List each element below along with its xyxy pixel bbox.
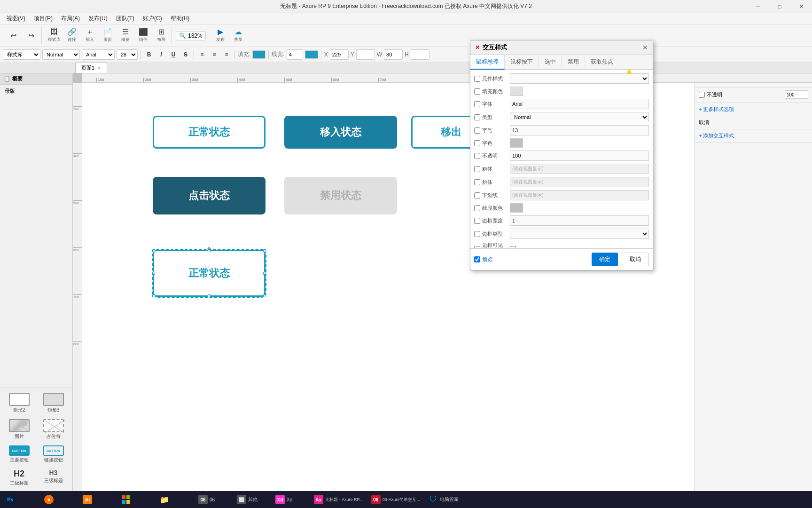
ip-cancel-button[interactable]: 取消: [622, 253, 649, 266]
h-input[interactable]: [411, 49, 429, 60]
x-input[interactable]: [330, 49, 349, 60]
connect-button[interactable]: 🔗连接: [63, 27, 80, 44]
taskbar-xd[interactable]: Xd Xd: [272, 493, 309, 506]
ip-fontsize-checkbox[interactable]: [474, 127, 480, 134]
comp-rect2[interactable]: 矩形2: [3, 391, 35, 415]
taskbar-ai[interactable]: Ai: [79, 493, 117, 506]
w-input[interactable]: [384, 49, 403, 60]
comp-h3[interactable]: H3 三级标题: [37, 467, 70, 488]
taskbar-security[interactable]: 🛡 电脑管家: [425, 493, 462, 506]
taskbar-win[interactable]: [117, 493, 155, 506]
ip-font-input[interactable]: [510, 99, 649, 109]
menu-help[interactable]: 帮助(H): [167, 14, 194, 24]
ip-underline-checkbox[interactable]: [474, 192, 480, 198]
widget-hover-state[interactable]: 移入状态: [284, 116, 397, 149]
widget-selected-state[interactable]: 正常状态: [153, 250, 265, 297]
ip-borderwidth-checkbox[interactable]: [474, 218, 480, 224]
ip-fontcolor-checkbox[interactable]: [474, 140, 480, 146]
menu-team[interactable]: 团队(T): [112, 14, 138, 24]
ip-borderwidth-input[interactable]: [510, 215, 649, 226]
ip-linecolor-swatch[interactable]: [510, 203, 523, 213]
taskbar-other[interactable]: ⬜ 其他: [233, 493, 271, 506]
linewidth-input[interactable]: [287, 49, 303, 60]
ip-bold-checkbox[interactable]: [474, 166, 480, 172]
comp-outline-btn[interactable]: BUTTON 链接按钮: [37, 444, 70, 465]
insert-button[interactable]: ＋插入: [81, 27, 98, 44]
outline-button[interactable]: ☰概要: [117, 27, 134, 44]
handle-ml[interactable]: [152, 272, 155, 275]
menu-project[interactable]: 项目(P): [30, 14, 56, 24]
redo-button[interactable]: ↪: [23, 27, 39, 44]
ip-linecolor-checkbox[interactable]: [474, 205, 480, 211]
ip-opacity-checkbox[interactable]: [474, 153, 480, 159]
rs-cancel-label[interactable]: 取消: [699, 119, 709, 125]
comp-rect3[interactable]: 矩形3: [37, 391, 70, 415]
maximize-button[interactable]: □: [769, 0, 790, 13]
align-left-button[interactable]: ≡: [197, 49, 207, 60]
ip-fill-color-swatch[interactable]: [510, 87, 523, 96]
rs-more-styles-link[interactable]: + 更多样式选项: [699, 106, 734, 112]
ip-preview-checkbox[interactable]: [474, 256, 480, 262]
ip-font-checkbox[interactable]: [474, 101, 480, 107]
align-right-button[interactable]: ≡: [221, 49, 232, 60]
ip-close-x-button[interactable]: ✕: [475, 44, 480, 51]
ip-opacity-input[interactable]: [510, 151, 649, 161]
widget-normal-state[interactable]: 正常状态: [153, 116, 265, 149]
strikethrough-button[interactable]: S: [180, 49, 191, 60]
comp-placeholder[interactable]: 占位符: [37, 417, 70, 442]
comp-primary-btn[interactable]: BUTTON 主要按钮: [3, 444, 35, 465]
ip-bordertype-checkbox[interactable]: [474, 231, 480, 237]
handle-mr[interactable]: [263, 272, 266, 275]
publish-button[interactable]: ▶发布: [212, 27, 229, 44]
undo-button[interactable]: ↩: [5, 27, 22, 44]
widget-click-state[interactable]: 点击状态: [153, 177, 265, 214]
page-tab-1[interactable]: 页面1 ✕: [75, 63, 107, 73]
ip-tab-disabled[interactable]: 禁用: [562, 55, 585, 69]
close-button[interactable]: ✕: [790, 0, 812, 13]
ip-fontcolor-swatch[interactable]: [510, 138, 523, 148]
ip-fontsize-input[interactable]: [510, 125, 649, 135]
ip-bordertype-select[interactable]: [510, 229, 649, 239]
widget-disabled-state[interactable]: 禁用状态: [284, 177, 397, 214]
ip-bordervisible-state[interactable]: [510, 246, 516, 249]
outline-item-muban[interactable]: 母版: [2, 87, 70, 95]
menu-layout[interactable]: 布局(A): [57, 14, 84, 24]
zoom-value[interactable]: 132%: [188, 32, 203, 39]
comp-h2[interactable]: H2 二级标题: [3, 467, 35, 488]
ip-italic-checkbox[interactable]: [474, 179, 480, 185]
rs-opacity-input[interactable]: [785, 90, 808, 99]
y-input[interactable]: [356, 49, 375, 60]
comp-image[interactable]: 图片: [3, 417, 35, 442]
menu-account[interactable]: 账户(C): [139, 14, 166, 24]
page-tab-close[interactable]: ✕: [97, 65, 101, 71]
border-color-swatch[interactable]: [305, 50, 318, 59]
zoom-control[interactable]: 🔍 132%: [176, 31, 206, 40]
fill-color-swatch[interactable]: [252, 50, 265, 59]
style-select[interactable]: Normal: [42, 49, 80, 60]
handle-br[interactable]: [263, 294, 266, 297]
handle-tl[interactable]: [152, 249, 155, 252]
taskbar-start-button[interactable]: Ps: [2, 493, 39, 506]
ip-bordervisible-checkbox[interactable]: [474, 246, 480, 249]
taskbar-firefox[interactable]: ●: [40, 493, 78, 506]
ip-widget-style-checkbox[interactable]: [474, 76, 480, 82]
handle-bc[interactable]: [208, 294, 211, 297]
handle-tr[interactable]: [263, 249, 266, 252]
style-library-button[interactable]: 🖼样式库: [46, 27, 62, 44]
handle-bl[interactable]: [152, 294, 155, 297]
layout-button[interactable]: ⊞布局: [153, 27, 170, 44]
menu-publish[interactable]: 发布(U): [85, 14, 111, 24]
taskbar-06[interactable]: 06 06: [195, 493, 232, 506]
rs-add-interaction-link[interactable]: + 添加交互样式: [699, 133, 734, 138]
bold-button[interactable]: B: [144, 49, 154, 60]
size-select[interactable]: 28: [117, 49, 138, 60]
share-button[interactable]: ☁共享: [230, 27, 247, 44]
ip-type-checkbox[interactable]: [474, 114, 480, 120]
taskbar-axure[interactable]: Ax 无标题 - Axure RP...: [310, 493, 367, 506]
taskbar-06axure[interactable]: 06 06-Axure简单交互...: [367, 493, 424, 506]
ip-close-button[interactable]: ✕: [642, 44, 648, 51]
font-select[interactable]: Arial: [82, 49, 115, 60]
pages-button[interactable]: 📄页面: [99, 27, 116, 44]
ip-tab-mousedown[interactable]: 鼠标按下: [505, 55, 539, 69]
rs-opacity-checkbox[interactable]: [699, 92, 705, 98]
